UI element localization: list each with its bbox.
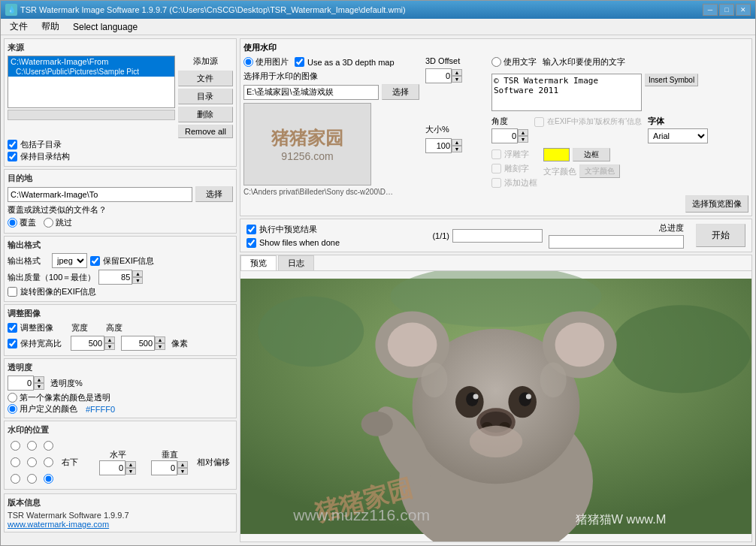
btn-remove-all[interactable]: Remove all <box>178 125 233 138</box>
pos-bc[interactable] <box>24 471 39 486</box>
width-up-btn[interactable]: ▲ <box>104 336 115 343</box>
dest-path-input[interactable] <box>8 187 192 202</box>
offset-3d-up[interactable]: ▲ <box>452 69 462 76</box>
insert-symbol-btn[interactable]: Insert Symbol <box>645 74 698 86</box>
height-down-btn[interactable]: ▼ <box>155 343 165 350</box>
version-link[interactable]: www.watermark-image.com <box>8 520 233 529</box>
include-subdir-checkbox[interactable] <box>8 140 17 149</box>
use-image-radio[interactable] <box>243 57 253 67</box>
offset-h-input[interactable] <box>99 460 125 475</box>
source-item-0[interactable]: C:\Watermark-Image\From <box>8 56 174 67</box>
border-checkbox[interactable] <box>491 178 501 188</box>
color-swatch[interactable] <box>543 148 570 161</box>
first-pixel-row: 第一个像素的颜色是透明 <box>8 392 233 403</box>
keep-ratio-checkbox[interactable] <box>8 339 17 348</box>
tab-preview[interactable]: 预览 <box>240 255 277 270</box>
watermark-text-area[interactable]: © TSR Watermark Image Software 2011 <box>491 74 642 111</box>
close-button[interactable]: ✕ <box>736 4 751 16</box>
size-down[interactable]: ▼ <box>452 146 462 152</box>
opacity-down-btn[interactable]: ▼ <box>34 383 44 390</box>
wm-path-input[interactable] <box>243 85 379 100</box>
first-pixel-radio[interactable] <box>8 393 17 403</box>
use-text-radio[interactable] <box>491 57 501 67</box>
size-row: ▲ ▼ <box>425 138 485 153</box>
svg-point-20 <box>470 426 522 457</box>
select-preview-btn[interactable]: 选择预览图像 <box>685 195 748 213</box>
minimize-button[interactable]: ─ <box>703 4 718 16</box>
app-icon: 💧 <box>5 4 17 16</box>
opacity-up-btn[interactable]: ▲ <box>34 376 44 383</box>
height-input[interactable] <box>121 336 155 351</box>
keep-dir-checkbox[interactable] <box>8 152 17 161</box>
sculpt-checkbox[interactable] <box>491 164 501 173</box>
size-input[interactable] <box>425 138 452 153</box>
width-down-btn[interactable]: ▼ <box>104 343 115 350</box>
opacity-input[interactable] <box>8 376 34 391</box>
rotate-exif-checkbox[interactable] <box>8 287 17 297</box>
use-3d-checkbox[interactable] <box>295 57 304 67</box>
filepath-preview: C:\Anders privat\Billeder\Sony dsc-w200\… <box>243 188 394 196</box>
offset-h-down[interactable]: ▼ <box>125 468 136 475</box>
quality-input[interactable] <box>98 270 132 285</box>
menu-file[interactable]: 文件 <box>4 19 34 35</box>
size-up[interactable]: ▲ <box>452 139 462 146</box>
progress-left: 执行中预览结果 Show files when done <box>246 223 426 249</box>
border-btn[interactable]: 边框 <box>573 148 610 161</box>
height-up-btn[interactable]: ▲ <box>155 336 165 343</box>
svg-point-2 <box>610 305 751 393</box>
keep-exif-checkbox[interactable] <box>90 256 100 266</box>
execute-checkbox[interactable] <box>246 225 256 234</box>
offset-v-up[interactable]: ▲ <box>177 461 188 468</box>
quality-up-btn[interactable]: ▲ <box>132 270 143 277</box>
adjust-section: 调整图像 调整图像 宽度 高度 保持宽高比 <box>4 304 237 356</box>
show-files-checkbox[interactable] <box>246 238 256 248</box>
skip-radio-input[interactable] <box>44 218 53 228</box>
offset-3d-spinner: ▲ ▼ <box>452 69 462 83</box>
adjust-image-checkbox[interactable] <box>8 323 17 333</box>
exif-checkbox[interactable] <box>534 117 544 127</box>
angle-down[interactable]: ▼ <box>518 136 528 143</box>
angle-up[interactable]: ▲ <box>518 129 528 136</box>
output-quality-label: 输出质量（100＝最佳） <box>8 272 95 283</box>
offset-3d-down[interactable]: ▼ <box>452 76 462 83</box>
source-item-1[interactable]: C:\Users\Public\Pictures\Sample Pict <box>8 67 174 77</box>
angle-input[interactable] <box>491 128 518 143</box>
btn-file[interactable]: 文件 <box>178 71 233 86</box>
font-select[interactable]: Arial <box>648 128 708 143</box>
output-format-select[interactable]: jpeg <box>52 253 87 268</box>
pos-bl[interactable] <box>8 471 23 486</box>
btn-dir[interactable]: 目录 <box>178 89 233 104</box>
dest-choose-btn[interactable]: 选择 <box>195 186 233 202</box>
overwrite-radio-input[interactable] <box>8 218 17 228</box>
user-color-radio[interactable] <box>8 404 17 414</box>
pos-tc[interactable] <box>24 438 39 453</box>
pos-br[interactable] <box>41 471 56 486</box>
width-input[interactable] <box>71 336 104 351</box>
pos-ml[interactable] <box>8 454 23 469</box>
source-scrollbar[interactable] <box>8 110 175 120</box>
wm-image-col: 使用图片 Use as a 3D depth map 选择用于水印的图像 选择 <box>243 56 419 213</box>
source-listbox[interactable]: C:\Watermark-Image\From C:\Users\Public\… <box>8 56 175 108</box>
pos-tl[interactable] <box>8 438 23 453</box>
start-btn[interactable]: 开始 <box>696 224 745 247</box>
pos-tr[interactable] <box>41 438 56 453</box>
svg-point-14 <box>473 394 479 400</box>
wm-select-btn[interactable]: 选择 <box>382 84 419 100</box>
tab-log[interactable]: 日志 <box>278 255 314 270</box>
pos-mc[interactable] <box>24 454 39 469</box>
wm-preview-text2: 91256.com <box>271 150 343 162</box>
quality-down-btn[interactable]: ▼ <box>132 277 143 284</box>
menu-help[interactable]: 帮助 <box>35 19 65 35</box>
float-checkbox[interactable] <box>491 149 501 159</box>
total-progress-col: 总进度 <box>549 222 684 249</box>
maximize-button[interactable]: □ <box>719 4 734 16</box>
offset-v-down[interactable]: ▼ <box>177 468 188 475</box>
offset-3d-input[interactable] <box>425 68 452 83</box>
angle-section: 角度 ▲ ▼ <box>491 116 528 143</box>
offset-h-up[interactable]: ▲ <box>125 461 136 468</box>
text-color-btn[interactable]: 文字颜色 <box>579 164 620 178</box>
btn-delete[interactable]: 删除 <box>178 107 233 122</box>
pos-mr[interactable] <box>41 454 56 469</box>
offset-v-input[interactable] <box>151 460 177 475</box>
menu-language[interactable]: Select language <box>67 20 144 34</box>
